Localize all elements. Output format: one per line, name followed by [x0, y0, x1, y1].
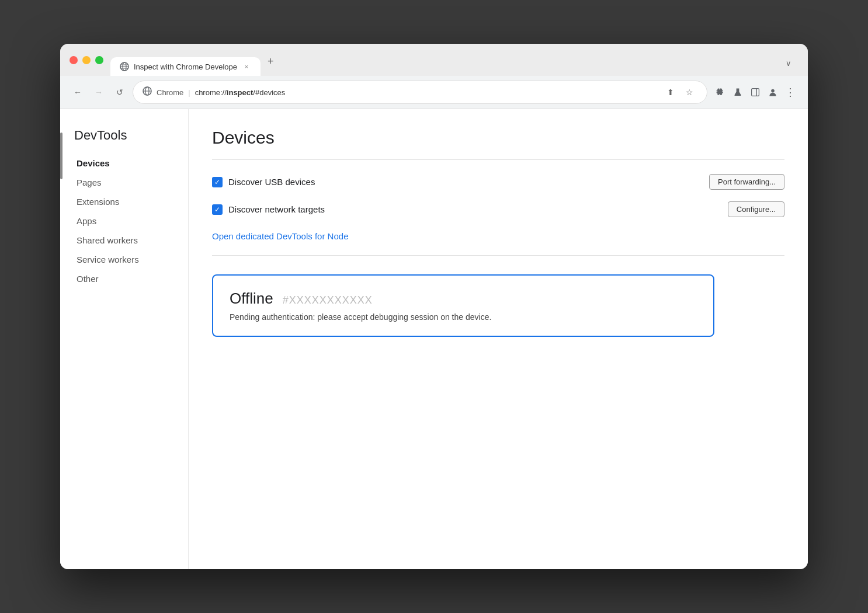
- divider-bottom: [212, 255, 784, 256]
- flask-button[interactable]: [730, 84, 746, 100]
- device-status: Offline: [230, 290, 273, 308]
- sidebar-item-shared-workers[interactable]: Shared workers: [74, 232, 174, 249]
- address-globe-icon: [143, 86, 152, 98]
- device-card-header: Offline #XXXXXXXXXXX: [230, 290, 697, 308]
- traffic-lights: [70, 56, 103, 71]
- sidebar-nav: Devices Pages Extensions Apps Shared wor…: [74, 155, 174, 287]
- svg-rect-8: [752, 89, 759, 96]
- usb-check-icon: ✓: [214, 178, 220, 186]
- options-section: ✓ Discover USB devices Port forwarding..…: [212, 174, 784, 217]
- sidebar: DevTools Devices Pages Extensions Apps S…: [60, 109, 189, 569]
- network-label: Discover network targets: [228, 204, 325, 214]
- address-url: chrome://inspect/#devices: [195, 88, 658, 97]
- device-card: Offline #XXXXXXXXXXX Pending authenticat…: [212, 274, 714, 337]
- usb-label: Discover USB devices: [228, 177, 315, 187]
- new-tab-button[interactable]: +: [261, 51, 281, 72]
- svg-point-10: [771, 89, 775, 93]
- network-checkbox[interactable]: ✓: [212, 204, 223, 215]
- tab-close-button[interactable]: ×: [242, 62, 251, 71]
- sidebar-item-service-workers[interactable]: Service workers: [74, 251, 174, 268]
- address-divider: |: [188, 88, 190, 97]
- nav-bar: ← → ↺ Chrome | chrome://inspect/#devices…: [60, 76, 808, 109]
- device-message: Pending authentication: please accept de…: [230, 312, 697, 322]
- maximize-window-button[interactable]: [95, 56, 103, 64]
- tabs-area: Inspect with Chrome Develope × + ∨: [110, 51, 798, 76]
- network-option-row: ✓ Discover network targets Configure...: [212, 201, 784, 217]
- sidebar-item-apps[interactable]: Apps: [74, 213, 174, 229]
- divider-top: [212, 159, 784, 160]
- sidebar-heading: DevTools: [74, 128, 174, 143]
- address-url-plain: chrome://: [195, 88, 227, 97]
- address-url-suffix: /#devices: [253, 88, 285, 97]
- sidebar-scroll-indicator: [60, 133, 63, 179]
- page-title: Devices: [212, 128, 784, 148]
- close-window-button[interactable]: [70, 56, 78, 64]
- sidebar-item-devices[interactable]: Devices: [74, 155, 174, 172]
- share-button[interactable]: ⬆: [662, 84, 679, 100]
- title-bar: Inspect with Chrome Develope × + ∨: [60, 44, 808, 76]
- sidebar-item-other[interactable]: Other: [74, 270, 174, 287]
- devtools-node-link[interactable]: Open dedicated DevTools for Node: [212, 231, 348, 241]
- minimize-window-button[interactable]: [82, 56, 91, 64]
- toolbar-actions: ⋮: [712, 84, 798, 100]
- tab-favicon: [120, 62, 129, 71]
- tab-overflow-button[interactable]: ∨: [779, 54, 798, 72]
- network-checkbox-wrapper: ✓ Discover network targets: [212, 204, 718, 215]
- reload-button[interactable]: ↺: [112, 84, 128, 100]
- back-button[interactable]: ←: [70, 84, 86, 100]
- forward-button[interactable]: →: [91, 84, 107, 100]
- address-url-bold: inspect: [227, 88, 254, 97]
- main-content: Devices ✓ Discover USB devices Port forw…: [189, 109, 808, 569]
- active-tab[interactable]: Inspect with Chrome Develope ×: [110, 57, 261, 76]
- usb-checkbox-wrapper: ✓ Discover USB devices: [212, 177, 700, 187]
- browser-window: Inspect with Chrome Develope × + ∨ ← → ↺…: [60, 44, 808, 569]
- more-button[interactable]: ⋮: [782, 84, 798, 100]
- configure-button[interactable]: Configure...: [728, 201, 784, 217]
- extensions-button[interactable]: [712, 84, 728, 100]
- tab-title: Inspect with Chrome Develope: [134, 62, 237, 71]
- content-area: DevTools Devices Pages Extensions Apps S…: [60, 109, 808, 569]
- sidebar-item-extensions[interactable]: Extensions: [74, 193, 174, 210]
- bookmark-button[interactable]: ☆: [681, 84, 697, 100]
- address-bar[interactable]: Chrome | chrome://inspect/#devices ⬆ ☆: [133, 81, 707, 104]
- sidebar-item-pages[interactable]: Pages: [74, 174, 174, 191]
- usb-checkbox[interactable]: ✓: [212, 177, 223, 187]
- sidebar-toggle-button[interactable]: [747, 84, 763, 100]
- device-id: #XXXXXXXXXXX: [283, 294, 373, 306]
- network-check-icon: ✓: [214, 206, 220, 214]
- account-button[interactable]: [765, 84, 781, 100]
- address-actions: ⬆ ☆: [662, 84, 697, 100]
- usb-option-row: ✓ Discover USB devices Port forwarding..…: [212, 174, 784, 190]
- port-forwarding-button[interactable]: Port forwarding...: [709, 174, 784, 190]
- address-chrome-label: Chrome: [157, 88, 183, 97]
